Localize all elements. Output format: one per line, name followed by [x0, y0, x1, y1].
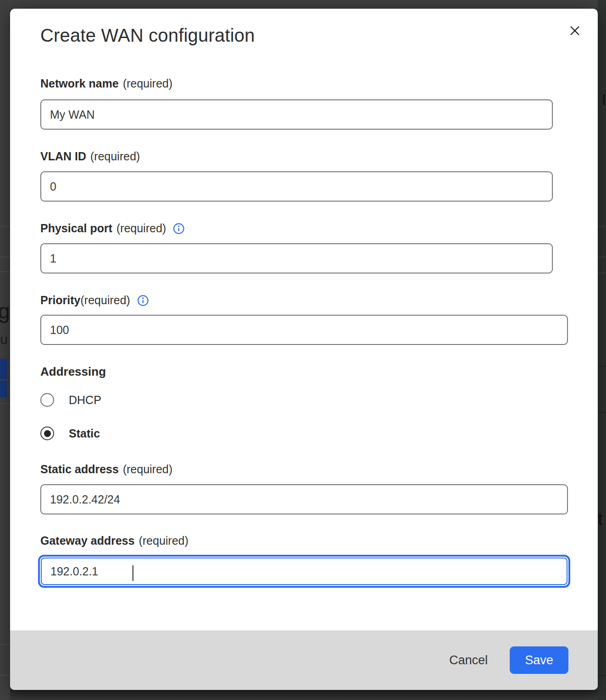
close-button[interactable]: [564, 20, 586, 42]
overlay-bottom: [10, 690, 598, 700]
required-hint: (required): [81, 294, 130, 307]
cancel-button[interactable]: Cancel: [449, 653, 488, 667]
bg-button-fragment: [0, 381, 7, 397]
network-name-input[interactable]: [40, 99, 553, 130]
bg-table-line: [598, 257, 606, 257]
dialog-footer: Cancel Save: [10, 630, 598, 690]
gateway-address-label: Gateway address (required): [40, 534, 188, 547]
bg-table-line: [0, 675, 10, 676]
priority-info-icon[interactable]: [137, 295, 149, 306]
overlay-top: [10, 0, 598, 9]
static-address-label: Static address (required): [40, 463, 172, 476]
close-icon: [567, 22, 583, 39]
radio-circle-icon: [40, 393, 54, 407]
radio-dhcp[interactable]: DHCP: [40, 392, 101, 408]
dialog-title: Create WAN configuration: [40, 25, 255, 46]
vlan-id-label: VLAN ID (required): [40, 150, 140, 163]
radio-circle-icon: [40, 427, 54, 440]
bg-text-fragment: t l: [598, 92, 606, 109]
bg-text-fragment: t: [598, 509, 603, 529]
required-hint: (required): [123, 77, 172, 90]
label-text: Static address: [40, 463, 119, 476]
create-wan-dialog: Create WAN configuration Network name (r…: [10, 9, 598, 690]
bg-table-line: [598, 675, 606, 676]
addressing-heading: Addressing: [40, 365, 106, 379]
bg-table-line: [598, 366, 606, 366]
required-hint: (required): [116, 222, 166, 235]
text-cursor: [132, 565, 133, 581]
required-hint: (required): [139, 534, 188, 547]
bg-table-line: [0, 644, 10, 645]
bg-table-line: [0, 226, 10, 227]
bg-table-line: [598, 273, 606, 273]
bg-text-fragment: u: [0, 332, 8, 347]
vlan-id-input[interactable]: [40, 171, 553, 202]
static-address-input[interactable]: [40, 484, 568, 514]
radio-static[interactable]: Static: [40, 426, 100, 441]
physical-port-input[interactable]: [40, 243, 553, 273]
label-text: Gateway address: [40, 534, 135, 547]
bg-table-line: [598, 226, 606, 227]
overlay-left: gu u: [0, 0, 10, 700]
priority-label: Priority (required): [40, 294, 149, 307]
network-name-label: Network name (required): [40, 77, 172, 90]
bg-table-line: [0, 257, 10, 257]
gateway-address-input[interactable]: [41, 558, 567, 585]
overlay-right: t l t: [598, 0, 606, 700]
required-hint: (required): [123, 463, 172, 476]
radio-selected-dot: [44, 430, 51, 437]
physical-port-info-icon[interactable]: [173, 223, 185, 235]
gateway-address-focus-ring: [38, 555, 570, 588]
label-text: VLAN ID: [40, 150, 86, 163]
label-text: Network name: [40, 77, 119, 90]
physical-port-label: Physical port (required): [40, 222, 185, 235]
bg-table-line: [0, 403, 10, 404]
bg-table-line: [0, 271, 10, 272]
save-button[interactable]: Save: [510, 646, 568, 674]
label-text: Priority: [40, 294, 81, 307]
priority-input[interactable]: [40, 315, 568, 345]
label-text: Physical port: [40, 222, 112, 235]
radio-label: DHCP: [69, 394, 101, 407]
radio-label: Static: [69, 427, 100, 440]
bg-text-fragment: gu: [0, 299, 10, 323]
bg-button-fragment: [0, 359, 7, 379]
bg-table-line: [598, 412, 606, 413]
required-hint: (required): [90, 150, 140, 163]
